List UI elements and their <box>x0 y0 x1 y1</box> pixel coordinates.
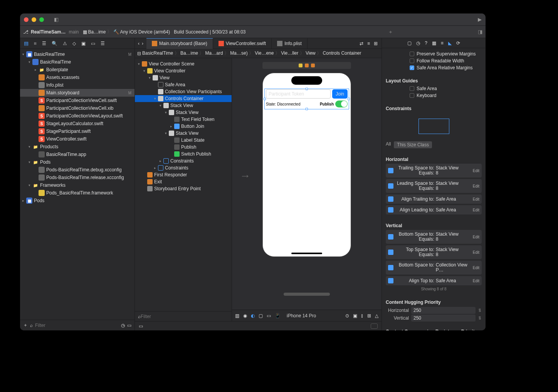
navigator-tabs[interactable]: ▤ ⌗ ☰ 🔍 ⚠ ◇ ▣ ▭ ☰ <box>20 38 134 49</box>
checkbox[interactable] <box>410 52 414 56</box>
zoom-icon[interactable] <box>39 17 44 22</box>
disclosure-icon[interactable]: ▾ <box>165 131 169 135</box>
checkbox[interactable]: ✓ <box>410 65 414 70</box>
outline-row[interactable]: ▾View Controller Scene <box>135 60 232 67</box>
run-button-icon[interactable]: ▶ <box>478 17 482 22</box>
outline-row[interactable]: ▸Constraints <box>135 164 232 171</box>
jump-segment[interactable]: BasicRealTime <box>142 50 173 56</box>
align-icon[interactable]: ⫿ <box>361 313 363 318</box>
attr-insp-icon[interactable]: ≡ <box>441 40 444 46</box>
recent-icon[interactable]: ◷ <box>121 323 125 328</box>
tree-row[interactable]: SParticipantCollectionViewLayout.swift <box>20 112 134 120</box>
adjust-icon[interactable]: ◉ <box>243 313 247 318</box>
jump-segment[interactable]: Ma…se) <box>230 50 247 56</box>
disclosure-icon[interactable]: ▾ <box>29 60 32 64</box>
edit-button[interactable]: Edit <box>473 266 479 270</box>
checkbox-row[interactable]: Keyboard <box>386 92 482 99</box>
embed-icon[interactable]: ▣ <box>353 313 357 318</box>
tree-row[interactable]: BasicRealTime.app <box>20 151 134 158</box>
related-icon[interactable]: ⇄ <box>360 41 363 46</box>
join-button[interactable]: Join <box>332 89 348 99</box>
outline-row[interactable]: Safe Area <box>135 81 232 88</box>
constraint-item[interactable]: Bottom Space to:Collection View P…Edit <box>386 261 482 275</box>
edit-button[interactable]: Edit <box>473 279 479 283</box>
outline-row[interactable]: Label State <box>135 137 232 144</box>
add-tab-icon[interactable]: ＋ <box>388 28 393 35</box>
tree-row[interactable]: Pods-BasicRealTime.release.xcconfig <box>20 174 134 181</box>
checkbox-row[interactable]: Safe Area <box>386 85 482 92</box>
checkbox[interactable] <box>410 59 414 63</box>
disclosure-icon[interactable]: ▾ <box>29 160 32 164</box>
sidebar-toggle-icon[interactable]: ◧ <box>54 17 59 22</box>
outline-tree[interactable]: ▾View Controller Scene▾View Controller▾V… <box>135 58 232 311</box>
tree-row[interactable]: SStageLayoutCalculator.swift <box>20 120 134 127</box>
checkbox[interactable] <box>410 86 414 91</box>
tree-row[interactable]: ▾📁Frameworks <box>20 181 134 189</box>
jump-menu-icon[interactable]: ⊟ <box>137 51 141 56</box>
traffic-lights[interactable] <box>24 17 44 22</box>
close-icon[interactable] <box>24 17 29 22</box>
console-toggle[interactable] <box>371 323 378 329</box>
outline-row[interactable]: Switch Publish <box>135 151 232 157</box>
edit-button[interactable]: Edit <box>473 235 479 239</box>
outline-row[interactable]: Storyboard Entry Point <box>135 185 232 192</box>
checkbox-row[interactable]: Preserve Superview Margins <box>386 50 482 57</box>
constraint-item[interactable]: Align Trailing to:Safe AreaEdit <box>386 194 482 204</box>
symbol-nav-icon[interactable]: ☰ <box>42 41 46 46</box>
outline-row[interactable]: ▾View Controller <box>135 67 232 74</box>
resolve-icon[interactable]: △ <box>375 313 378 318</box>
tree-root[interactable]: ▾▦ BasicRealTime M <box>20 50 134 58</box>
scene-title-bar[interactable] <box>262 62 351 69</box>
edit-button[interactable]: Edit <box>473 208 479 212</box>
edit-button[interactable]: Edit <box>473 197 479 201</box>
outline-row[interactable]: Text Field Token <box>135 116 232 123</box>
seg-this[interactable]: This Size Class <box>394 141 432 148</box>
size-insp-icon[interactable]: ◣ <box>448 40 452 46</box>
outline-row[interactable]: ▾Stack View <box>135 109 232 116</box>
disclosure-icon[interactable]: ▸ <box>154 166 158 170</box>
tree-row[interactable]: SParticipantCollectionViewCell.swift <box>20 97 134 104</box>
ib-canvas[interactable]: → <box>232 58 382 321</box>
scheme-selector[interactable]: ▦Ba…ime〉 🔨Any iOS Device (arm64) <box>83 28 170 35</box>
tree-row[interactable]: Main.storyboardM <box>20 89 134 97</box>
disclosure-icon[interactable]: ▾ <box>29 145 32 149</box>
disclosure-icon[interactable]: ▾ <box>154 97 158 101</box>
issue-nav-icon[interactable]: ⚠ <box>63 41 67 46</box>
device-label[interactable]: iPhone 14 Pro <box>287 313 316 318</box>
device-icon[interactable]: 📱 <box>275 313 281 318</box>
scm-icon[interactable]: ▭ <box>127 323 131 328</box>
zoom-icon[interactable]: ⊙ <box>345 313 349 318</box>
debug-nav-icon[interactable]: ▣ <box>81 41 86 46</box>
publish-switch[interactable] <box>335 101 348 107</box>
disclosure-icon[interactable]: ▾ <box>138 62 142 66</box>
checkbox-row[interactable]: Follow Readable Width <box>386 57 482 64</box>
jump-segment[interactable]: View <box>306 50 316 56</box>
outline-row[interactable]: Exit <box>135 178 232 185</box>
conn-insp-icon[interactable]: ⟳ <box>456 40 460 46</box>
project-nav-icon[interactable]: ▤ <box>24 40 29 46</box>
priority-field[interactable]: 250 <box>411 315 476 322</box>
scrollbar[interactable] <box>284 293 330 296</box>
navigator-filter[interactable]: ＋ ⌕ ◷ ▭ <box>20 320 134 330</box>
constraint-item[interactable]: Bottom Space to:Stack ViewEquals:8Edit <box>386 230 482 244</box>
tree-row[interactable]: Pods-BasicRealTime.debug.xcconfig <box>20 166 134 174</box>
constraint-item[interactable]: Align Leading to:Safe AreaEdit <box>386 205 482 214</box>
add-file-icon[interactable]: ＋ <box>23 322 28 328</box>
help-insp-icon[interactable]: ? <box>425 40 427 46</box>
inspector-toggle-icon[interactable]: ◨ <box>478 29 482 35</box>
disclosure-icon[interactable]: ▾ <box>29 183 32 187</box>
resize-handle[interactable] <box>306 108 308 110</box>
tree-row[interactable]: ParticipantCollectionViewCell.xib <box>20 104 134 112</box>
tree-row[interactable]: Assets.xcassets <box>20 74 134 81</box>
project-tree[interactable]: ▾▦ BasicRealTime M ▾BasicRealTime▸📁Boile… <box>20 49 134 320</box>
tree-row[interactable]: SViewController.swift <box>20 135 134 143</box>
tree-row[interactable]: Info.plist <box>20 81 134 89</box>
checkbox[interactable] <box>410 93 414 98</box>
jump-segment[interactable]: Vie…ller <box>281 50 298 56</box>
pin-icon[interactable]: ⊞ <box>367 313 371 318</box>
debug-icon[interactable]: ▭ <box>139 323 143 329</box>
file-insp-icon[interactable]: ▢ <box>407 40 412 46</box>
break-nav-icon[interactable]: ▭ <box>91 41 95 46</box>
stepper-icon[interactable]: ⥮ <box>478 308 482 313</box>
constraint-item[interactable]: Top Space to:Stack ViewEquals:8Edit <box>386 245 482 259</box>
